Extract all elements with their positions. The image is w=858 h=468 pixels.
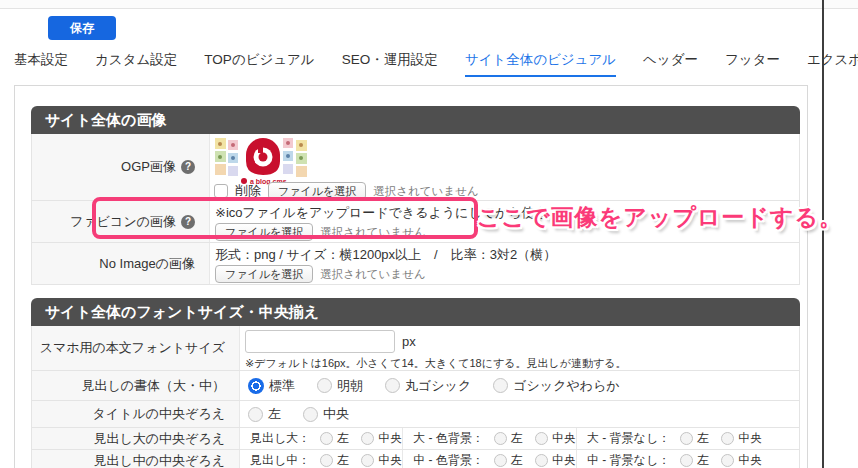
- radio-option-h2-center[interactable]: 中央: [361, 452, 402, 468]
- h1-align-group-nobg: 大 - 背景なし： 左 中央: [576, 428, 762, 449]
- noimage-file-line: ファイルを選択 選択されていません: [215, 265, 799, 283]
- delete-label: 削除: [235, 182, 261, 200]
- radio-icon: [317, 378, 332, 393]
- noimage-file-select-button[interactable]: ファイルを選択: [215, 265, 313, 283]
- radio-icon: [493, 378, 508, 393]
- font-centering-table: スマホ用の本文フォントサイズ px ※デフォルトは16px。小さくて14。大きく…: [31, 326, 800, 468]
- radio-icon: [320, 432, 333, 445]
- noimage-file-status: 選択されていません: [320, 267, 425, 282]
- settings-tab-bar: 基本設定 カスタム設定 TOPのビジュアル SEO・運用設定 サイト全体のビジュ…: [14, 46, 858, 77]
- favicon-label: ファビコンの画像: [70, 213, 176, 231]
- ogp-preview-image: a blog cms: [214, 137, 314, 185]
- favicon-file-select-button[interactable]: ファイルを選択: [215, 223, 313, 241]
- noimage-label: No Imageの画像: [99, 255, 195, 273]
- typeface-label: 見出しの書体（大・中）: [81, 377, 225, 395]
- save-button[interactable]: 保存: [48, 16, 116, 40]
- help-icon[interactable]: ?: [181, 215, 195, 229]
- h1-align-content: 見出し大： 左 中央 大 - 色背景：: [240, 428, 799, 449]
- row-title-align: タイトルの中央ぞろえ 左 中央: [32, 400, 799, 427]
- radio-option-h1-center[interactable]: 中央: [361, 430, 402, 447]
- radio-option-label: 中央: [738, 452, 762, 468]
- tab-site-visual[interactable]: サイト全体のビジュアル: [465, 46, 616, 77]
- tab-custom-settings[interactable]: カスタム設定: [95, 46, 177, 77]
- radio-option-h2-colorbg-center[interactable]: 中央: [535, 452, 576, 468]
- tab-seo-operation[interactable]: SEO・運用設定: [342, 46, 438, 77]
- top-divider: [0, 0, 858, 9]
- radio-option-hyoujun[interactable]: 標準: [248, 377, 295, 395]
- title-align-options: 左 中央: [240, 401, 799, 427]
- radio-option-h2-left[interactable]: 左: [320, 452, 349, 468]
- radio-option-label: 中央: [378, 430, 402, 447]
- radio-option-label: 明朝: [337, 377, 363, 395]
- section-site-images-title: サイト全体の画像: [31, 106, 800, 134]
- radio-icon: [680, 432, 693, 445]
- radio-option-marugothic[interactable]: 丸ゴシック: [385, 377, 471, 395]
- tab-top-visual[interactable]: TOPのビジュアル: [204, 46, 314, 77]
- section-font-centering: サイト全体のフォントサイズ・中央揃え スマホ用の本文フォントサイズ px ※デフ…: [31, 298, 800, 468]
- radio-option-h2-nobg-center[interactable]: 中央: [721, 452, 762, 468]
- ogp-image-label-cell: OGP画像 ?: [32, 134, 210, 200]
- help-icon[interactable]: ?: [181, 160, 195, 174]
- tab-footer[interactable]: フッター: [725, 46, 780, 77]
- title-align-label-cell: タイトルの中央ぞろえ: [32, 401, 240, 427]
- radio-icon: [494, 454, 507, 467]
- radio-option-label: ゴシックやわらか: [513, 377, 619, 395]
- favicon-file-status: 選択されていません: [320, 225, 425, 240]
- tab-header[interactable]: ヘッダー: [643, 46, 698, 77]
- radio-option-label: 中央: [323, 405, 349, 423]
- radio-option-title-left[interactable]: 左: [248, 405, 281, 423]
- group-prefix: 大 - 背景なし：: [587, 430, 670, 447]
- radio-icon: [320, 454, 333, 467]
- radio-option-label: 左: [337, 430, 349, 447]
- row-heading-large-align: 見出し大の中央ぞろえ 見出し大： 左 中央: [32, 427, 799, 449]
- radio-option-label: 中央: [738, 430, 762, 447]
- h2-align-label-cell: 見出し中の中央ぞろえ: [32, 450, 240, 468]
- radio-option-h2-colorbg-left[interactable]: 左: [494, 452, 523, 468]
- group-prefix: 大 - 色背景：: [413, 430, 484, 447]
- font-size-input-line: px: [245, 330, 799, 353]
- radio-option-label: 左: [697, 452, 709, 468]
- typeface-options: 標準 明朝 丸ゴシック ゴシックやわらか: [240, 371, 799, 400]
- group-prefix: 見出し中：: [250, 452, 310, 468]
- typeface-label-cell: 見出しの書体（大・中）: [32, 371, 240, 400]
- noimage-label-cell: No Imageの画像: [32, 243, 210, 284]
- ogp-image-label: OGP画像: [121, 158, 176, 176]
- radio-option-h1-nobg-center[interactable]: 中央: [721, 430, 762, 447]
- radio-icon: [494, 432, 507, 445]
- radio-checked-icon: [248, 378, 264, 394]
- annotation-text: ここで画像をアップロードする。: [477, 202, 843, 233]
- radio-option-h1-colorbg-center[interactable]: 中央: [535, 430, 576, 447]
- radio-icon: [385, 378, 400, 393]
- font-size-input[interactable]: [245, 330, 395, 353]
- radio-option-gothic-yawaraka[interactable]: ゴシックやわらか: [493, 377, 619, 395]
- radio-option-mincho[interactable]: 明朝: [317, 377, 363, 395]
- h2-align-group-colorbg: 中 - 色背景： 左 中央: [402, 450, 576, 468]
- ogp-file-select-button[interactable]: ファイルを選択: [268, 182, 366, 200]
- noimage-note: 形式：png / サイズ：横1200px以上 / 比率：3対2（横）: [215, 246, 799, 263]
- radio-option-title-center[interactable]: 中央: [303, 405, 349, 423]
- tab-basic-settings[interactable]: 基本設定: [14, 46, 68, 77]
- radio-option-label: 左: [511, 452, 523, 468]
- section-font-centering-title: サイト全体のフォントサイズ・中央揃え: [31, 298, 800, 326]
- radio-icon: [303, 407, 318, 422]
- radio-option-h1-nobg-left[interactable]: 左: [680, 430, 709, 447]
- radio-option-label: 左: [268, 405, 281, 423]
- radio-option-h1-left[interactable]: 左: [320, 430, 349, 447]
- group-prefix: 中 - 背景なし：: [587, 452, 670, 468]
- radio-icon: [361, 432, 374, 445]
- radio-icon: [535, 432, 548, 445]
- radio-option-label: 中央: [378, 452, 402, 468]
- h2-align-content: 見出し中： 左 中央 中 - 色背景：: [240, 450, 799, 468]
- font-size-note: ※デフォルトは16px。小さくて14。大きくて18にする。見出しが連動する。: [245, 356, 799, 371]
- section-site-images: サイト全体の画像 OGP画像 ?: [31, 106, 800, 285]
- h1-align-label: 見出し大の中央ぞろえ: [93, 430, 225, 448]
- noimage-content: 形式：png / サイズ：横1200px以上 / 比率：3対2（横） ファイルを…: [210, 243, 799, 284]
- title-align-label: タイトルの中央ぞろえ: [93, 405, 225, 423]
- delete-checkbox[interactable]: [214, 184, 228, 198]
- radio-option-h2-nobg-left[interactable]: 左: [680, 452, 709, 468]
- h2-align-label: 見出し中の中央ぞろえ: [93, 452, 225, 468]
- cms-settings-screen: 保存 基本設定 カスタム設定 TOPのビジュアル SEO・運用設定 サイト全体の…: [0, 0, 858, 468]
- group-prefix: 中 - 色背景：: [413, 452, 484, 468]
- tab-export-import[interactable]: エクスポート・インポート: [807, 46, 858, 77]
- radio-option-h1-colorbg-left[interactable]: 左: [494, 430, 523, 447]
